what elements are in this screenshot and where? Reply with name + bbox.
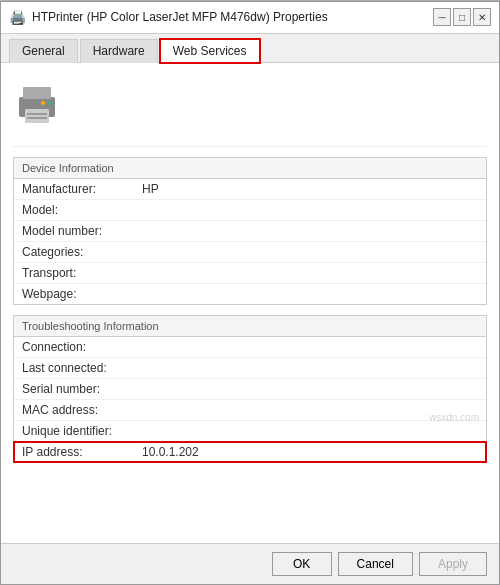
last-connected-label: Last connected: (22, 361, 142, 375)
transport-label: Transport: (22, 266, 142, 280)
manufacturer-value: HP (142, 182, 159, 196)
ip-address-label: IP address: (22, 445, 142, 459)
maximize-button[interactable]: □ (453, 8, 471, 26)
serial-number-row: Serial number: (14, 379, 486, 400)
tab-web-services[interactable]: Web Services (160, 39, 260, 63)
svg-point-6 (41, 101, 45, 105)
device-info-title: Device Information (14, 158, 486, 179)
ok-button[interactable]: OK (272, 552, 332, 576)
title-bar-controls: ─ □ ✕ (433, 8, 491, 26)
webpage-label: Webpage: (22, 287, 142, 301)
tab-bar: General Hardware Web Services (1, 34, 499, 63)
mac-address-row: MAC address: (14, 400, 486, 421)
watermark-text: wsxdn.com (429, 412, 479, 423)
last-connected-row: Last connected: (14, 358, 486, 379)
title-bar-left: 🖨️ HTPrinter (HP Color LaserJet MFP M476… (9, 9, 328, 25)
manufacturer-row: Manufacturer: HP (14, 179, 486, 200)
minimize-button[interactable]: ─ (433, 8, 451, 26)
svg-rect-4 (27, 117, 47, 119)
ip-address-row: IP address: 10.0.1.202 (14, 442, 486, 462)
mac-address-label: MAC address: (22, 403, 142, 417)
categories-label: Categories: (22, 245, 142, 259)
connection-label: Connection: (22, 340, 142, 354)
svg-rect-2 (25, 109, 49, 123)
title-bar: 🖨️ HTPrinter (HP Color LaserJet MFP M476… (1, 2, 499, 34)
printer-header (13, 73, 487, 147)
model-row: Model: (14, 200, 486, 221)
connection-row: Connection: (14, 337, 486, 358)
unique-identifier-row: Unique identifier: (14, 421, 486, 442)
device-information-section: Device Information Manufacturer: HP Mode… (13, 157, 487, 305)
troubleshooting-section: Troubleshooting Information Connection: … (13, 315, 487, 463)
transport-row: Transport: (14, 263, 486, 284)
properties-window: 🖨️ HTPrinter (HP Color LaserJet MFP M476… (0, 1, 500, 585)
footer: OK Cancel Apply (1, 543, 499, 584)
window-icon: 🖨️ (9, 9, 26, 25)
ip-address-value: 10.0.1.202 (142, 445, 199, 459)
cancel-button[interactable]: Cancel (338, 552, 413, 576)
svg-rect-3 (27, 113, 47, 115)
model-label: Model: (22, 203, 142, 217)
window-title: HTPrinter (HP Color LaserJet MFP M476dw)… (32, 10, 328, 24)
apply-button[interactable]: Apply (419, 552, 487, 576)
tab-general[interactable]: General (9, 39, 78, 63)
serial-number-label: Serial number: (22, 382, 142, 396)
svg-rect-1 (23, 87, 51, 99)
manufacturer-label: Manufacturer: (22, 182, 142, 196)
svg-point-5 (47, 101, 51, 105)
close-button[interactable]: ✕ (473, 8, 491, 26)
tab-hardware[interactable]: Hardware (80, 39, 158, 63)
unique-identifier-label: Unique identifier: (22, 424, 142, 438)
model-number-label: Model number: (22, 224, 142, 238)
webpage-row: Webpage: (14, 284, 486, 304)
printer-icon (13, 79, 61, 136)
troubleshooting-title: Troubleshooting Information (14, 316, 486, 337)
tab-content: Device Information Manufacturer: HP Mode… (1, 63, 499, 543)
categories-row: Categories: (14, 242, 486, 263)
model-number-row: Model number: (14, 221, 486, 242)
